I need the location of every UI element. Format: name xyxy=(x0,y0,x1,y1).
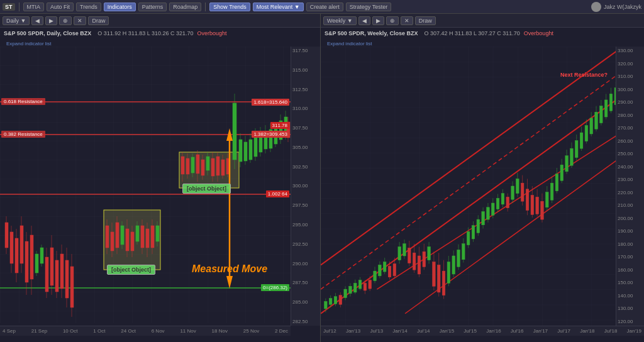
chart-right: Weekly ▼ ◀ ▶ ⊕ ✕ Draw S&P 500 SPDR, Week… xyxy=(321,14,644,342)
chart-left-time-scale: 4 Sep 21 Sep 10 Oct 1 Oct 24 Oct 6 Nov 1… xyxy=(0,326,291,336)
svg-rect-26 xyxy=(55,260,58,292)
btn-most-relevant[interactable]: Most Relevant ▼ xyxy=(253,3,304,11)
chart-right-svg xyxy=(321,47,644,326)
svg-rect-12 xyxy=(20,226,23,263)
nav-trends[interactable]: Trends xyxy=(76,3,101,11)
chart-right-fwd[interactable]: ▶ xyxy=(372,16,384,25)
user-name: Jakz W(Jakzyk xyxy=(604,4,641,10)
btn-create-alert[interactable]: Create alert xyxy=(306,3,343,11)
svg-rect-55 xyxy=(156,226,159,241)
price-right-current: 311.78 xyxy=(270,122,289,129)
annotation-consolidation-lower: [object Object] xyxy=(107,265,155,275)
chart-right-expand[interactable]: Expand indicator list xyxy=(321,39,644,47)
svg-rect-8 xyxy=(10,232,13,263)
svg-rect-16 xyxy=(30,235,33,279)
btn-show-trends[interactable]: Show Trends xyxy=(209,3,250,11)
svg-rect-32 xyxy=(70,267,74,307)
svg-rect-64 xyxy=(201,160,204,175)
price-right-1: 1.618=315.640 xyxy=(252,99,289,106)
svg-rect-10 xyxy=(15,238,18,273)
svg-rect-20 xyxy=(40,248,43,263)
chart-right-status: Overbought xyxy=(524,30,553,36)
chart-left-draw[interactable]: Draw xyxy=(88,16,109,25)
nav-roadmap[interactable]: Roadmap xyxy=(169,3,201,11)
svg-rect-68 xyxy=(216,157,219,175)
svg-rect-53 xyxy=(136,226,139,241)
resistance-label-2: 0.382 Resistance xyxy=(1,131,45,138)
annotation-consolidation-upper: [object Object] xyxy=(182,184,231,194)
measured-move-label: Measured Move xyxy=(192,263,267,275)
svg-rect-43 xyxy=(131,232,134,251)
svg-rect-6 xyxy=(5,223,8,248)
nav-patterns[interactable]: Patterns xyxy=(138,3,167,11)
svg-rect-45 xyxy=(141,226,144,248)
chart-right-header: S&P 500 SPDR, Weekly, Close BZX O 307.42… xyxy=(321,28,644,39)
user-avatar xyxy=(591,2,601,12)
nav-autofit[interactable]: Auto Fit xyxy=(47,3,74,11)
chart-left-toolbar: Daily ▼ ◀ ▶ ⊕ ✕ Draw xyxy=(0,14,320,28)
chart-right-settings[interactable]: ✕ xyxy=(401,16,413,25)
chart-left-price-scale: 317.50 315.00 312.50 310.00 307.50 305.0… xyxy=(291,47,321,326)
sep2 xyxy=(205,3,206,11)
chart-right-back[interactable]: ◀ xyxy=(358,16,370,25)
next-resistance-label: Next Resistance? xyxy=(560,72,608,78)
svg-rect-76 xyxy=(206,157,209,170)
nav-indicators[interactable]: Indicators xyxy=(104,3,136,11)
chart-left-back[interactable]: ◀ xyxy=(31,16,43,25)
chart-left-status: Overbought xyxy=(197,30,227,36)
nav-mtia[interactable]: MTIA xyxy=(23,3,45,11)
price-right-mid: 1.002 64 xyxy=(266,190,289,197)
svg-rect-86 xyxy=(244,142,247,161)
btn-strategy-tester[interactable]: Strategy Tester xyxy=(346,3,391,11)
svg-rect-90 xyxy=(254,135,257,157)
chart-right-zoom-in[interactable]: ⊕ xyxy=(386,16,399,25)
svg-rect-14 xyxy=(25,241,28,282)
svg-rect-58 xyxy=(181,157,184,174)
chart-left: Daily ▼ ◀ ▶ ⊕ ✕ Draw S&P 500 SPDR, Daily… xyxy=(0,14,321,342)
svg-rect-49 xyxy=(151,226,154,248)
chart-left-zoom-in[interactable]: ⊕ xyxy=(59,16,72,25)
app-logo: ST xyxy=(3,3,15,11)
chart-left-daily[interactable]: Daily ▼ xyxy=(3,16,30,25)
chart-left-canvas: 0.618 Resistance 0.382 Resistance 1.618=… xyxy=(0,47,321,326)
svg-rect-22 xyxy=(45,257,48,292)
chart-left-fwd[interactable]: ▶ xyxy=(45,16,57,25)
chart-right-time-scale: Jul'12 Jan'13 Jul'13 Jan'14 Jul'14 Jan'1… xyxy=(321,326,644,336)
svg-rect-51 xyxy=(121,226,124,245)
chart-left-settings[interactable]: ✕ xyxy=(74,16,86,25)
user-info: Jakz W(Jakzyk xyxy=(591,2,641,12)
svg-rect-18 xyxy=(35,254,38,273)
price-right-bottom: 0=(286.32) xyxy=(261,284,289,291)
svg-rect-1 xyxy=(0,47,291,323)
chart-right-canvas: Next Resistance? 322.31 330.00 320.00 31… xyxy=(321,47,644,326)
svg-rect-84 xyxy=(239,140,242,162)
svg-rect-47 xyxy=(146,229,149,248)
sep1 xyxy=(19,3,19,11)
svg-rect-74 xyxy=(191,157,194,173)
svg-rect-66 xyxy=(211,158,214,176)
chart-left-expand[interactable]: Expand indicator list xyxy=(0,39,320,47)
chart-right-toolbar: Weekly ▼ ◀ ▶ ⊕ ✕ Draw xyxy=(321,14,644,28)
main-content: Daily ▼ ◀ ▶ ⊕ ✕ Draw S&P 500 SPDR, Daily… xyxy=(0,14,644,342)
svg-rect-28 xyxy=(60,254,64,289)
price-right-2: 1.382=309.453 xyxy=(252,131,289,138)
chart-left-title: S&P 500 SPDR, Daily, Close BZX xyxy=(4,30,91,36)
svg-rect-88 xyxy=(249,140,252,160)
svg-rect-24 xyxy=(50,248,53,285)
chart-right-prices: O 307.42 H 311.83 L 307.27 C 311.70 xyxy=(425,30,520,36)
chart-left-prices: O 311.92 H 311.83 L 310.26 C 321.70 xyxy=(97,30,193,36)
svg-rect-62 xyxy=(196,155,199,174)
svg-rect-39 xyxy=(116,223,119,248)
top-toolbar: ST MTIA Auto Fit Trends Indicators Patte… xyxy=(0,0,644,14)
chart-right-draw[interactable]: Draw xyxy=(415,16,436,25)
chart-right-price-scale: 330.00 320.00 310.00 300.00 290.00 280.0… xyxy=(616,47,644,326)
svg-rect-35 xyxy=(106,226,109,248)
chart-right-weekly[interactable]: Weekly ▼ xyxy=(323,16,357,25)
chart-left-svg xyxy=(0,47,291,323)
resistance-label-1: 0.618 Resistance xyxy=(1,98,45,105)
chart-right-title: S&P 500 SPDR, Weekly, Close BZX xyxy=(325,30,418,36)
svg-rect-30 xyxy=(65,260,69,298)
svg-rect-60 xyxy=(186,158,189,174)
svg-rect-70 xyxy=(221,160,225,175)
svg-rect-37 xyxy=(111,232,114,251)
